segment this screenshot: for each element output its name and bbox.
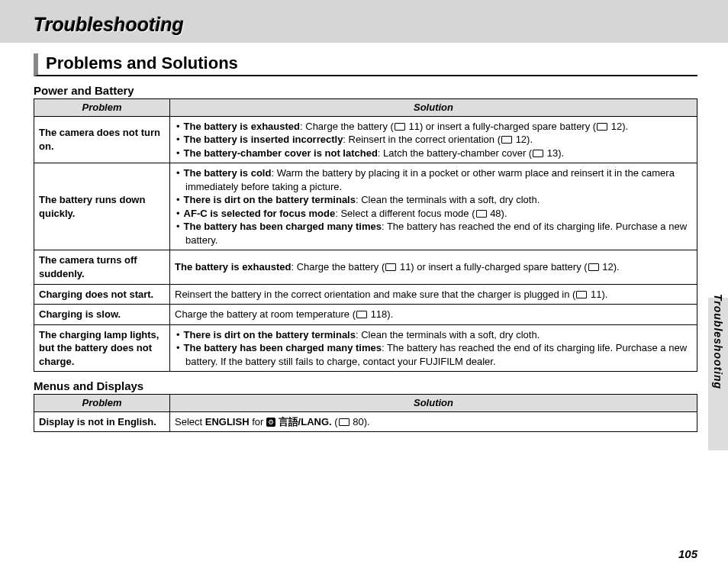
table-row: The camera does not turn on.The battery …: [34, 116, 697, 163]
solution-bullet: There is dirt on the battery terminals: …: [185, 328, 692, 342]
solution-bullet: The battery is exhausted: Charge the bat…: [185, 120, 692, 134]
page-ref-icon: [395, 123, 405, 131]
page-ref-icon: [576, 291, 587, 298]
page-ref-icon: [356, 311, 367, 318]
page-content: Problems and Solutions Power and Battery…: [0, 53, 728, 432]
table-row: Display is not in English.Select ENGLISH…: [34, 411, 697, 432]
table-row: Charging does not start.Reinsert the bat…: [34, 284, 697, 305]
chapter-title: Troubleshooting: [34, 14, 184, 36]
solution-cell: Reinsert the battery in the correct orie…: [170, 284, 697, 305]
problem-cell: Display is not in English.: [34, 411, 170, 432]
troubleshooting-table: ProblemSolutionThe camera does not turn …: [34, 98, 697, 372]
page-ref-icon: [533, 150, 543, 157]
problem-cell: The battery runs down quickly.: [34, 163, 170, 250]
page-ref-icon: [588, 263, 599, 271]
page-number: 105: [678, 547, 697, 560]
side-label: Troubleshooting: [712, 294, 724, 389]
header-bar: Troubleshooting: [0, 0, 728, 43]
table-row: The camera turns off suddenly.The batter…: [34, 250, 697, 284]
table-row: Charging is slow.Charge the battery at r…: [34, 305, 697, 325]
table-row: The charging lamp lights, but the batter…: [34, 324, 697, 372]
solution-cell: The battery is cold: Warm the battery by…: [170, 163, 697, 250]
problem-cell: Charging is slow.: [34, 305, 170, 325]
solution-cell: The battery is exhausted: Charge the bat…: [170, 116, 697, 163]
wrench-icon: ⚙: [266, 418, 275, 427]
col-problem: Problem: [34, 395, 170, 412]
solution-bullet: The battery-chamber cover is not latched…: [185, 147, 692, 160]
problem-cell: The charging lamp lights, but the batter…: [34, 324, 170, 372]
col-solution: Solution: [170, 395, 697, 412]
problem-cell: Charging does not start.: [34, 284, 170, 305]
table-caption: Power and Battery: [34, 84, 697, 97]
solution-cell: Charge the battery at room temperature (…: [170, 305, 697, 325]
solution-bullet: The battery has been charged many times:…: [185, 220, 692, 247]
troubleshooting-table: ProblemSolutionDisplay is not in English…: [34, 394, 697, 432]
col-solution: Solution: [170, 99, 697, 117]
solution-cell: The battery is exhausted: Charge the bat…: [170, 250, 697, 284]
table-row: The battery runs down quickly.The batter…: [34, 163, 697, 250]
table-caption: Menus and Displays: [34, 379, 697, 392]
solution-bullet: AF-C is selected for focus mode: Select …: [185, 207, 692, 221]
solution-bullet: The battery is inserted incorrectly: Rei…: [185, 133, 692, 147]
page-ref-icon: [597, 123, 607, 131]
solution-cell: There is dirt on the battery terminals: …: [170, 324, 697, 372]
col-problem: Problem: [34, 99, 170, 117]
page-ref-icon: [501, 136, 512, 144]
page-ref-icon: [476, 210, 487, 218]
section-title: Problems and Solutions: [34, 53, 697, 76]
solution-bullet: There is dirt on the battery terminals: …: [185, 193, 692, 207]
solution-bullet: The battery is cold: Warm the battery by…: [185, 166, 692, 193]
page-ref-icon: [339, 418, 350, 426]
solution-bullet: The battery has been charged many times:…: [185, 341, 692, 368]
problem-cell: The camera turns off suddenly.: [34, 250, 170, 284]
problem-cell: The camera does not turn on.: [34, 116, 170, 163]
page-ref-icon: [385, 263, 396, 271]
solution-cell: Select ENGLISH for ⚙ 言語/LANG. ( 80).: [170, 411, 697, 432]
